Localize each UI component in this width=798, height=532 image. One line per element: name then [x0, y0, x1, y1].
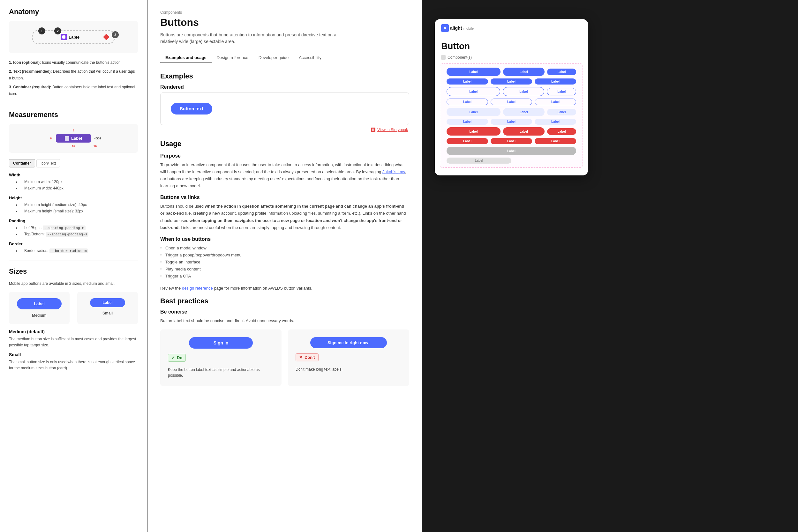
tabs-row[interactable]: Container Icon/Text: [9, 159, 138, 168]
card-logo: a alight mobile: [441, 24, 474, 32]
grid-btn-gray-light-xs[interactable]: Label: [447, 157, 511, 164]
sizes-section: Sizes Mobile app buttons are available i…: [9, 267, 138, 372]
small-demo-box: Label Small: [77, 292, 138, 324]
grid-btn-blue-outline-sm[interactable]: Label: [547, 88, 576, 95]
storybook-card: a alight mobile Button Component(s) Labe…: [435, 19, 588, 175]
grid-btn-blue-outline-xs-1[interactable]: Label: [447, 98, 488, 105]
tab-container[interactable]: Container: [9, 159, 35, 168]
grid-btn-blue-xs-1[interactable]: Label: [447, 78, 488, 84]
grid-btn-blue-outline-xs-3[interactable]: Label: [534, 98, 576, 105]
grid-btn-blue-outline-md[interactable]: Label: [503, 87, 544, 96]
nav-tab-design[interactable]: Design reference: [212, 53, 253, 63]
measurements-btn-label: Label: [71, 136, 82, 141]
prop-padding-label: Padding: [9, 218, 138, 223]
right-panel: a alight mobile Button Component(s) Labe…: [422, 0, 798, 532]
grid-btn-blue-lg[interactable]: Label: [447, 68, 501, 76]
grid-btn-blue-light-xs-1[interactable]: Label: [447, 119, 488, 125]
anatomy-badge-2: 2: [54, 27, 61, 35]
page-title: Buttons: [160, 17, 409, 28]
rendered-label: Rendered: [160, 84, 409, 90]
anatomy-btn-text: Lable: [69, 35, 79, 40]
divider-2: [9, 261, 138, 261]
btn-row-1: Label Label Label: [447, 68, 576, 76]
card-component-label: Component(s): [435, 54, 588, 63]
cross-icon: ✕: [299, 355, 303, 360]
btn-row-3: Label Label Label: [447, 87, 576, 96]
anatomy-diagram: 1 2 Lable 3: [9, 21, 138, 53]
when-to-use-title: When to use buttons: [160, 236, 409, 242]
bp-good-box: Sign in ✓ Do Keep the button label text …: [160, 329, 282, 386]
small-section: Small The small button size is only used…: [9, 352, 138, 371]
grid-btn-blue-outline-lg[interactable]: Label: [447, 87, 500, 96]
measurements-btn: Label: [56, 134, 91, 142]
grid-btn-blue-light-lg[interactable]: Label: [447, 108, 501, 116]
grid-btn-blue-md[interactable]: Label: [503, 68, 545, 76]
measurements-diagram: 8 16 16 40/32 Label 8: [9, 124, 138, 153]
usage-title: Usage: [160, 140, 409, 148]
grid-btn-blue-sm[interactable]: Label: [547, 69, 576, 75]
logo-sub: mobile: [464, 26, 474, 30]
nav-tab-developer[interactable]: Developer guide: [253, 53, 294, 63]
jakobs-law-link[interactable]: Jakob's Law: [382, 169, 405, 174]
measurements-section: Measurements 8 16 16 40/32 Label 8: [9, 111, 138, 254]
grid-btn-blue-light-sm[interactable]: Label: [547, 109, 576, 115]
bp-bad-text: Don't make long text labels.: [295, 366, 343, 372]
checkmark-icon: ✓: [171, 355, 175, 360]
prop-border-label: Border: [9, 242, 138, 246]
grid-btn-blue-xs-2[interactable]: Label: [491, 78, 532, 84]
grid-btn-red-md[interactable]: Label: [503, 127, 545, 136]
anatomy-badge-1: 1: [38, 27, 45, 35]
component-label-text: Component(s): [448, 55, 472, 60]
grid-btn-gray-lg[interactable]: Label: [447, 147, 576, 155]
page-description: Buttons are components that bring attent…: [160, 32, 352, 45]
grid-btn-red-xs-3[interactable]: Label: [534, 138, 576, 144]
bp-do-badge: ✓ Do: [168, 354, 186, 362]
prop-height-min: Minimum height (medium size): 40px: [20, 202, 138, 208]
bp-good-btn[interactable]: Sign in: [189, 337, 253, 348]
review-text: Review the design reference page for mor…: [160, 285, 409, 292]
sizes-demo: Label Medium Label Small: [9, 292, 138, 324]
when-to-use-list: Open a modal window Trigger a popup/popo…: [160, 245, 409, 280]
grid-btn-blue-xs-3[interactable]: Label: [534, 78, 576, 84]
be-concise-title: Be concise: [160, 309, 409, 315]
grid-btn-blue-light-xs-3[interactable]: Label: [534, 119, 576, 125]
medium-demo-btn[interactable]: Label: [17, 298, 61, 309]
btn-row-10: Label: [447, 157, 576, 164]
grid-btn-red-sm[interactable]: Label: [547, 128, 576, 135]
prop-border-radius: Border radius: --border-radius-m: [20, 247, 138, 254]
grid-btn-blue-light-xs-2[interactable]: Label: [491, 119, 532, 125]
btn-row-8: Label Label Label: [447, 138, 576, 144]
tab-icon-text[interactable]: Icon/Text: [36, 159, 60, 168]
grid-btn-blue-outline-xs-2[interactable]: Label: [491, 98, 532, 105]
grid-btn-red-lg[interactable]: Label: [447, 127, 501, 136]
bp-bad-box: Sign me in right now! ✕ Don't Don't make…: [288, 329, 409, 386]
when-item-1: Open a modal window: [160, 245, 409, 252]
purpose-title: Purpose: [160, 153, 409, 159]
bp-bad-btn[interactable]: Sign me in right now!: [310, 337, 387, 348]
btn-row-4: Label Label Label: [447, 98, 576, 105]
rendered-box: Button text: [160, 93, 409, 125]
anatomy-badge-3: 3: [112, 31, 119, 38]
measurements-title: Measurements: [9, 111, 138, 119]
btn-row-5: Label Label Label: [447, 108, 576, 116]
grid-btn-red-xs-1[interactable]: Label: [447, 138, 488, 144]
button-grid: Label Label Label Label Label Label Labe…: [440, 63, 583, 168]
bp-good-text: Keep the button label text as simple and…: [168, 367, 274, 378]
anatomy-icon: [61, 34, 67, 40]
nav-tab-examples[interactable]: Examples and usage: [160, 53, 212, 63]
props-section: Width Minimum width: 120px Maximum width…: [9, 173, 138, 254]
medium-demo-box: Label Medium: [9, 292, 70, 324]
bvl-title: Buttons vs links: [160, 194, 409, 200]
design-reference-link[interactable]: design reference: [182, 286, 213, 290]
prop-height-label: Height: [9, 195, 138, 200]
grid-btn-blue-light-md[interactable]: Label: [503, 108, 545, 116]
card-title: Button: [435, 36, 588, 54]
rendered-button[interactable]: Button text: [171, 103, 212, 114]
small-demo-btn[interactable]: Label: [90, 298, 125, 307]
nav-tab-accessibility[interactable]: Accessibility: [294, 53, 327, 63]
grid-btn-red-xs-2[interactable]: Label: [491, 138, 532, 144]
examples-title: Examples: [160, 72, 409, 80]
btn-row-2: Label Label Label: [447, 78, 576, 84]
storybook-link-text[interactable]: View in Storybook: [377, 128, 408, 132]
prop-height-max: Maximum height (small size): 32px: [20, 208, 138, 214]
